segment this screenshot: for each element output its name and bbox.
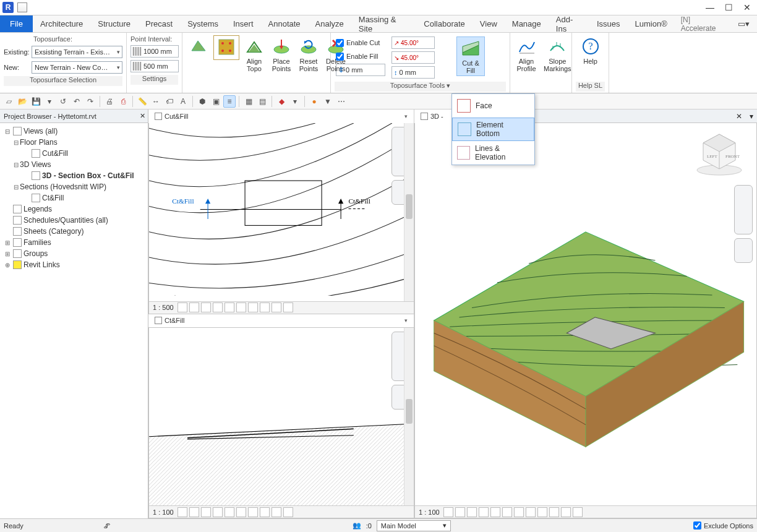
dropdown-lines-elevation[interactable]: Lines & Elevation — [452, 141, 534, 165]
menu-annotate[interactable]: Annotate — [261, 15, 308, 32]
menu-accelerate[interactable]: [N] Accelerate — [675, 15, 730, 32]
plan-scrollbar[interactable] — [404, 123, 414, 301]
menu-lumion[interactable]: Lumion® — [628, 15, 675, 32]
menu-insert[interactable]: Insert — [226, 15, 261, 32]
fill-angle-field[interactable]: ↘45.00° — [391, 51, 435, 64]
menu-precast[interactable]: Precast — [138, 15, 180, 32]
ribbon-expand-icon[interactable]: ▭▾ — [730, 15, 757, 32]
slope-markings-button[interactable]: Slope Markings — [541, 35, 574, 74]
node-schedules[interactable]: Schedules/Quantities (all) — [1, 215, 147, 226]
offset-2-field[interactable]: ↕0 mm — [391, 66, 435, 79]
tab-section[interactable]: Ct&Fill▾ — [148, 314, 414, 327]
terrain-icon-2[interactable] — [213, 35, 239, 60]
node-revit-links[interactable]: ⊕Revit Links — [1, 259, 147, 270]
node-sheets[interactable]: Sheets (Category) — [1, 226, 147, 237]
status-model-icon[interactable]: 👥 — [353, 521, 361, 530]
link-icon[interactable]: ◆ — [275, 95, 288, 108]
tab-plan[interactable]: Cut&Fill▾ — [148, 109, 414, 123]
sync-icon[interactable]: ↺ — [57, 95, 69, 108]
menu-analyze[interactable]: Analyze — [308, 15, 351, 32]
dimension-icon[interactable]: ↔ — [150, 95, 162, 108]
dropdown-face[interactable]: Face — [452, 94, 534, 118]
tab-3d-close[interactable]: ✕ — [732, 112, 746, 121]
view-cube[interactable]: FRONT LEFT — [695, 128, 744, 178]
offset-1-field[interactable]: ⇕0 mm — [336, 64, 385, 76]
node-cutfill-plan[interactable]: Cut&Fill — [1, 148, 147, 159]
section-view-controls[interactable] — [177, 507, 293, 517]
node-views[interactable]: ⊟Views (all) — [1, 126, 147, 137]
menu-collaborate[interactable]: Collaborate — [416, 15, 473, 32]
status-clip-icon[interactable]: 🖇 — [103, 522, 110, 530]
interval-2-field[interactable]: 500 mm — [130, 60, 179, 72]
3d-canvas[interactable] — [415, 123, 756, 518]
place-points-button[interactable]: Place Points — [269, 35, 294, 74]
file-menu[interactable]: File — [0, 15, 33, 32]
exclude-options-checkbox[interactable]: Exclude Options — [693, 520, 753, 532]
node-floor-plans[interactable]: ⊟Floor Plans — [1, 137, 147, 148]
align-topo-button[interactable]: Align Topo — [242, 35, 267, 74]
switch-windows-icon[interactable]: ▤ — [256, 95, 268, 108]
menu-addins[interactable]: Add-Ins — [549, 15, 589, 32]
menu-manage[interactable]: Manage — [505, 15, 549, 32]
node-groups[interactable]: ⊞Groups — [1, 248, 147, 259]
reset-points-button[interactable]: Reset Points — [296, 35, 321, 74]
3d-view[interactable]: FRONT LEFT 1 : 100 — [414, 123, 757, 518]
3d-nav-zoom[interactable] — [734, 238, 753, 263]
open-icon[interactable]: 📂 — [16, 95, 28, 108]
manage-links-icon[interactable]: ▾ — [289, 95, 301, 108]
section-scale[interactable]: 1 : 100 — [153, 508, 174, 516]
section-icon[interactable]: ▣ — [210, 95, 222, 108]
existing-combo[interactable]: Exsisting Terrain - Exis…▾ — [32, 46, 122, 58]
3d-view-icon[interactable]: ⬢ — [196, 95, 208, 108]
node-legends[interactable]: Legends — [1, 204, 147, 215]
menu-systems[interactable]: Systems — [180, 15, 226, 32]
enable-cut-checkbox[interactable]: Enable Cut — [336, 36, 389, 49]
menu-issues[interactable]: Issues — [589, 15, 628, 32]
cut-fill-button[interactable]: Cut & Fill — [456, 36, 485, 76]
node-3d-views[interactable]: ⊟3D Views — [1, 159, 147, 170]
minimize-button[interactable]: — — [703, 2, 717, 12]
browser-close-icon[interactable]: ✕ — [140, 112, 145, 120]
maximize-button[interactable]: ☐ — [721, 2, 736, 12]
section-scrollbar[interactable] — [404, 328, 414, 506]
tab-3d-drop[interactable]: ▾ — [746, 112, 757, 121]
new-icon[interactable]: ▱ — [2, 95, 15, 108]
color-icon[interactable]: ● — [308, 95, 320, 108]
redo-icon[interactable]: ↷ — [84, 95, 96, 108]
close-button[interactable]: ✕ — [740, 2, 755, 12]
save-icon[interactable]: 💾 — [30, 95, 42, 108]
plan-view-controls[interactable] — [177, 302, 293, 312]
section-canvas[interactable] — [149, 328, 414, 507]
3d-view-controls[interactable] — [443, 507, 583, 517]
node-ctfill-section[interactable]: Ct&Fill — [1, 192, 147, 204]
help-button[interactable]: ?Help — [578, 35, 603, 66]
node-section-box[interactable]: 3D - Section Box - Cut&Fil — [1, 170, 147, 181]
node-families[interactable]: ⊞Families — [1, 237, 147, 248]
dropdown-element-bottom[interactable]: Element Bottom — [452, 118, 534, 141]
plan-canvas[interactable]: Ct&Fill Ct&Fill — [149, 123, 414, 296]
plan-view[interactable]: Ct&Fill Ct&Fill 1 : 500 — [148, 123, 414, 314]
enable-fill-checkbox[interactable]: Enable Fill — [336, 50, 389, 62]
interval-1-field[interactable]: 1000 mm — [130, 45, 179, 58]
plan-scale[interactable]: 1 : 500 — [153, 304, 174, 311]
pdf-icon[interactable]: ⎙ — [117, 95, 129, 108]
text-icon[interactable]: A — [177, 95, 189, 108]
misc-icon[interactable]: ⋯ — [335, 95, 348, 108]
align-profile-button[interactable]: Align Profile — [514, 35, 539, 74]
workset-selector[interactable]: Main Model▾ — [377, 520, 451, 531]
menu-view[interactable]: View — [473, 15, 505, 32]
menu-structure[interactable]: Structure — [90, 15, 138, 32]
terrain-icon-1[interactable] — [186, 35, 211, 59]
node-sections[interactable]: ⊟Sections (Hovedsnitt WIP) — [1, 181, 147, 192]
thin-lines-icon[interactable]: ≡ — [223, 95, 236, 108]
close-hidden-icon[interactable]: ▦ — [242, 95, 255, 108]
menu-massing-site[interactable]: Massing & Site — [351, 15, 417, 32]
menu-architecture[interactable]: Architecture — [33, 15, 90, 32]
filter-icon[interactable]: ▼ — [322, 95, 334, 108]
undo-icon[interactable]: ↶ — [71, 95, 83, 108]
save-dropdown-icon[interactable]: ▾ — [43, 95, 56, 108]
cut-angle-field[interactable]: ↗45.00° — [391, 36, 435, 49]
tag-icon[interactable]: 🏷 — [163, 95, 176, 108]
browser-tree[interactable]: ⊟Views (all) ⊟Floor Plans Cut&Fill ⊟3D V… — [0, 123, 148, 518]
new-combo[interactable]: New Terrain - New Co…▾ — [32, 61, 122, 74]
